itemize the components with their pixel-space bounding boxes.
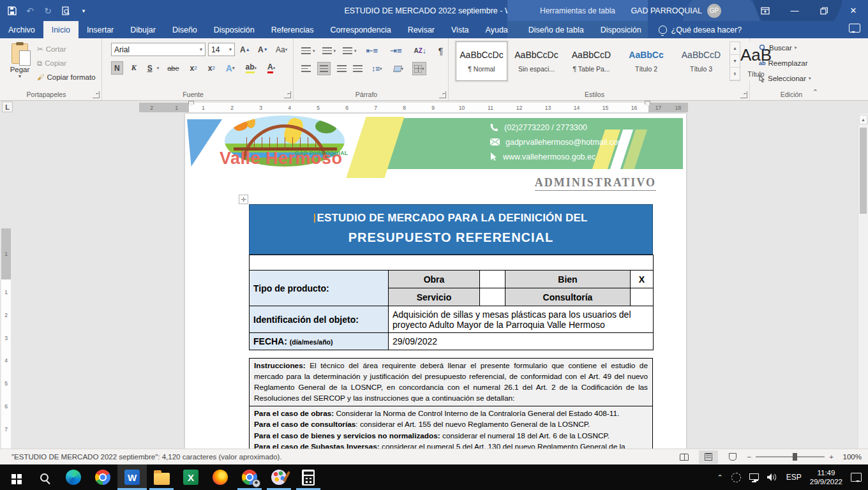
tab-referencias[interactable]: Referencias <box>263 21 322 38</box>
table-move-handle[interactable]: ✛ <box>239 195 248 204</box>
taskbar-calculator[interactable] <box>294 464 323 490</box>
collapse-ribbon-icon[interactable]: ⌃ <box>812 88 818 96</box>
align-right-icon[interactable] <box>337 65 347 72</box>
instructions-list[interactable]: Para el caso de obras: Considerar la Nor… <box>250 406 653 449</box>
style-sin-espaciado[interactable]: AaBbCcDcSin espaci... <box>511 41 562 81</box>
font-dialog-launcher[interactable]: ⌐ <box>284 91 291 98</box>
style-titulo-3[interactable]: AaBbCcDTítulo 3 <box>675 41 727 81</box>
underline-button[interactable]: S <box>145 61 155 75</box>
vertical-scrollbar[interactable]: ▲ <box>858 114 868 449</box>
paste-dropdown-arrow[interactable]: ▾ <box>19 73 21 79</box>
subscript-button[interactable]: x2 <box>188 61 200 75</box>
bien-mark-cell[interactable]: X <box>631 271 654 288</box>
numbered-list-icon[interactable] <box>322 47 332 54</box>
replace-button[interactable]: ab Reemplazar <box>759 57 811 69</box>
minimize-button[interactable]: — <box>780 0 809 21</box>
tab-diseno[interactable]: Diseño <box>164 21 206 38</box>
network-icon[interactable] <box>749 473 759 480</box>
change-case-button[interactable]: Aa▾ <box>273 43 290 56</box>
print-layout-button[interactable] <box>699 450 718 464</box>
tab-dibujar[interactable]: Dibujar <box>122 21 164 38</box>
underline-dropdown[interactable]: ▾ <box>157 66 160 71</box>
style-table-paragraph[interactable]: AaBbCcD¶ Table Pa... <box>565 41 617 81</box>
instructions-paragraph[interactable]: Instrucciones: El técnico del área requi… <box>250 359 653 406</box>
consultoria-mark-cell[interactable] <box>631 288 654 306</box>
tab-disposicion[interactable]: Disposición <box>206 21 263 38</box>
taskbar-edge[interactable] <box>59 464 88 490</box>
taskbar-firefox[interactable] <box>206 464 235 490</box>
zoom-in-icon[interactable]: + <box>829 453 834 461</box>
tab-stop-selector[interactable]: L <box>2 101 13 112</box>
taskbar-paint[interactable] <box>264 464 294 490</box>
empty-row[interactable] <box>250 255 654 271</box>
scroll-up-icon[interactable]: ▲ <box>859 115 867 124</box>
zoom-level[interactable]: 100% <box>839 453 862 461</box>
customize-qat-icon[interactable]: ▾ <box>78 5 89 17</box>
tab-diseno-de-tabla[interactable]: Diseño de tabla <box>520 21 592 38</box>
volume-icon[interactable] <box>767 473 778 482</box>
style-titulo-2[interactable]: AaBbCcTítulo 2 <box>620 41 672 81</box>
ribbon-display-options-icon[interactable] <box>751 0 780 21</box>
font-size-combo[interactable]: 14▾ <box>208 43 235 56</box>
feedback-icon[interactable] <box>849 24 860 33</box>
read-mode-button[interactable] <box>675 450 694 464</box>
taskbar-search-button[interactable] <box>29 464 59 490</box>
servicio-mark-cell[interactable] <box>480 288 505 306</box>
shrink-font-button[interactable]: A▼ <box>255 43 271 56</box>
highlight-button[interactable]: ab▾ <box>243 61 260 75</box>
taskbar-chrome-profile[interactable] <box>235 464 264 490</box>
italic-button[interactable]: K <box>129 61 139 75</box>
tab-insertar[interactable]: Insertar <box>79 21 122 38</box>
paste-button[interactable]: Pegar ▾ <box>5 41 34 79</box>
tab-inicio[interactable]: Inicio <box>43 21 79 38</box>
format-painter-button[interactable]: 🖌Copiar formato <box>37 71 96 83</box>
strikethrough-button[interactable]: abe <box>165 61 181 75</box>
avatar[interactable]: GP <box>707 4 721 18</box>
styles-dialog-launcher[interactable]: ⌐ <box>740 91 747 98</box>
grow-font-button[interactable]: A▲ <box>237 43 253 56</box>
character-count-status[interactable]: "ESTUDIO DE MERCADO 2022 septiembre": 4,… <box>0 453 282 461</box>
save-icon[interactable] <box>6 5 18 17</box>
copy-button[interactable]: ⧉Copiar <box>37 57 96 69</box>
bullet-list-icon[interactable] <box>301 47 311 54</box>
shading-icon[interactable]: ▾ <box>391 62 407 75</box>
horizontal-ruler[interactable]: 21 12345678910111213141516 1718 <box>139 103 688 112</box>
web-layout-button[interactable] <box>723 450 742 464</box>
taskbar-chrome[interactable] <box>88 464 117 490</box>
zoom-out-icon[interactable]: − <box>747 453 752 461</box>
sort-icon[interactable]: AZ↓ <box>412 44 429 57</box>
font-name-combo[interactable]: Arial▾ <box>111 43 206 56</box>
tab-vista[interactable]: Vista <box>443 21 477 38</box>
styles-gallery-scroll[interactable]: ▲ ▼ ⇟ <box>730 41 740 81</box>
zoom-slider[interactable]: − + <box>747 453 834 461</box>
account-area[interactable]: GAD PARROQUIAL GP <box>631 0 721 21</box>
font-color-button[interactable]: A▾ <box>265 61 278 75</box>
increase-indent-icon[interactable]: ⇥≡ <box>387 44 404 57</box>
tell-me-search[interactable]: ¿Qué desea hacer? <box>650 21 751 38</box>
document-page[interactable]: Valle Hermoso GAD PARROQUIAL (02)2773220… <box>185 114 686 449</box>
clipboard-dialog-launcher[interactable]: ⌐ <box>93 91 100 98</box>
close-button[interactable]: ✕ <box>839 0 868 21</box>
option-bien[interactable]: Bien <box>505 271 631 288</box>
start-button[interactable] <box>0 464 29 490</box>
multilevel-list-icon[interactable] <box>343 47 352 54</box>
undo-icon[interactable]: ↶ <box>24 5 36 17</box>
zoom-thumb[interactable] <box>793 453 797 461</box>
option-servicio[interactable]: Servicio <box>389 288 480 306</box>
bold-button[interactable]: N <box>111 61 123 75</box>
cut-button[interactable]: ✂Cortar <box>37 43 96 55</box>
styles-scroll-up-icon[interactable]: ▲ <box>730 42 740 55</box>
justify-icon[interactable] <box>353 65 363 72</box>
option-obra[interactable]: Obra <box>389 271 480 288</box>
tab-ayuda[interactable]: Ayuda <box>477 21 516 38</box>
superscript-button[interactable]: x2 <box>206 61 218 75</box>
clock[interactable]: 11:49 29/9/2022 <box>810 468 842 487</box>
obra-mark-cell[interactable] <box>480 271 505 288</box>
fecha-value[interactable]: 29/09/2022 <box>389 333 654 350</box>
tab-revisar[interactable]: Revisar <box>400 21 443 38</box>
print-preview-icon[interactable] <box>60 5 71 17</box>
style-normal[interactable]: AaBbCcDc¶ Normal <box>456 41 507 81</box>
option-consultoria[interactable]: Consultoría <box>505 288 631 306</box>
paragraph-dialog-launcher[interactable]: ⌐ <box>439 91 446 98</box>
tray-expand-icon[interactable]: ⌃ <box>717 473 723 482</box>
